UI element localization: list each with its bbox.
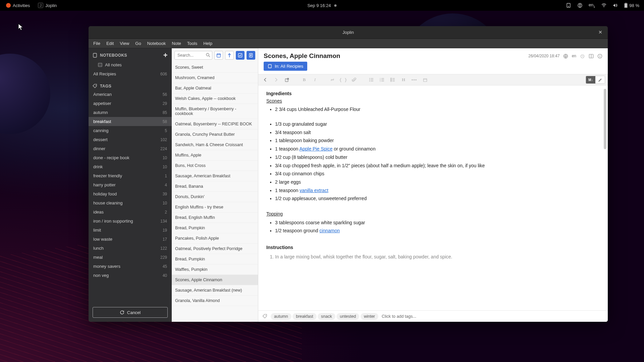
sidebar-tag-item[interactable]: meal229 [89,253,172,262]
note-list-item[interactable]: Oatmeal, Positively Perfect Porridge [172,244,258,254]
note-body[interactable]: Ingredients Scones 2 3/4 cups Unbleached… [258,85,608,310]
note-list-item[interactable]: Sausage, American Breakfast (new) [172,285,258,296]
sidebar-tag-item[interactable]: canning5 [89,126,172,135]
sidebar-tag-item[interactable]: dessert102 [89,135,172,144]
menu-view[interactable]: View [117,40,132,47]
note-list-item[interactable]: Welsh Cakes, Apple -- cookbook [172,94,258,104]
window-close-button[interactable]: ✕ [597,29,604,36]
note-title[interactable]: Scones, Apple Cinnamon [264,52,340,60]
sidebar-tag-item[interactable]: breakfast58 [89,117,172,126]
volume-icon[interactable] [612,3,618,8]
note-tag-pill[interactable]: untested [336,313,359,320]
spellcheck-language-button[interactable] [563,53,569,59]
note-list-item[interactable]: Sausage, American Breakfast [172,171,258,181]
input-language-indicator[interactable]: en1 [589,2,595,8]
wifi-icon[interactable] [601,3,606,8]
checkbox-list-button[interactable] [388,75,397,84]
note-tag-pill[interactable]: winter [361,313,378,320]
italic-button[interactable]: I [311,75,319,84]
set-alarm-button[interactable] [580,53,585,59]
tags-header[interactable]: TAGS [89,80,172,90]
sidebar-tag-item[interactable]: ideas2 [89,207,172,217]
sidebar-tag-item[interactable]: lunch122 [89,244,172,253]
bold-button[interactable]: B [300,75,309,84]
sidebar-tag-item[interactable]: low waste17 [89,235,172,244]
menu-tools[interactable]: Tools [184,40,200,47]
sidebar-tag-item[interactable]: house cleaning10 [89,198,172,207]
sidebar-tag-item[interactable]: non veg40 [89,271,172,280]
notebooks-header[interactable]: NOTEBOOKS + [89,48,172,60]
battery-indicator[interactable]: 98 % [624,3,639,8]
insert-date-button[interactable] [421,75,429,84]
editor-mode-toggle[interactable]: M↓ [586,76,605,84]
note-list-item[interactable]: Bar, Apple Oatmeal [172,83,258,94]
note-list-item[interactable]: Bread, English Muffin [172,213,258,223]
sort-direction-button[interactable] [225,51,234,60]
note-list-item[interactable]: Scones, Sweet [172,62,258,73]
note-list-item[interactable]: Pancakes, Polish Apple [172,233,258,244]
code-button[interactable]: { } [339,75,347,84]
attach-button[interactable] [350,75,358,84]
numbered-list-button[interactable]: 123 [378,75,386,84]
note-list-item[interactable]: Bread, Pumpkin [172,223,258,233]
content-link[interactable]: vanilla extract [300,188,328,193]
note-list-item[interactable]: Buns, Hot Cross [172,161,258,171]
nav-back-button[interactable] [261,75,270,84]
sidebar-tag-item[interactable]: limit19 [89,226,172,235]
note-list-item[interactable]: Granola, Vanilla Almond [172,296,258,306]
note-list[interactable]: Scones, SweetMushroom, CreamedBar, Apple… [172,62,258,322]
note-list-item[interactable]: Waffles, Pumpkin [172,264,258,275]
menu-edit[interactable]: Edit [104,40,116,47]
sidebar-tag-item[interactable]: money savers45 [89,262,172,271]
hr-button[interactable]: ••• [410,75,419,84]
topbar-app-indicator[interactable]: J Joplin [35,1,59,9]
search-icon[interactable] [206,53,210,57]
accessibility-icon[interactable] [577,3,583,8]
tags-list[interactable]: American56appetiser29autumn85breakfast58… [89,90,172,303]
new-note-button[interactable] [247,51,255,60]
sidebar-all-notes[interactable]: All notes [89,60,172,69]
heading-button[interactable]: H [399,75,408,84]
note-list-item[interactable]: Sandwich, Ham & Cheese Croissant [172,140,258,150]
sidebar-tag-item[interactable]: drink10 [89,162,172,171]
note-properties-button[interactable] [597,53,602,59]
note-list-item[interactable]: Muffin, Blueberry / Boysenberry - cookbo… [172,104,258,119]
menu-go[interactable]: Go [132,40,144,47]
note-tag-pill[interactable]: breakfast [292,313,316,320]
menu-note[interactable]: Note [169,40,183,47]
editor-scrollbar[interactable] [604,89,606,149]
note-list-item[interactable]: Scones, Apple Cinnamon [172,275,258,285]
content-link[interactable]: cinnamon [319,228,340,233]
cancel-button[interactable]: Cancel [93,307,168,318]
sidebar-tag-item[interactable]: freezer friendly1 [89,171,172,180]
note-list-item[interactable]: Granola, Crunchy Peanut Butter [172,129,258,140]
sidebar-tag-item[interactable]: appetiser29 [89,99,172,108]
content-link[interactable]: Apple Pie Spice [299,146,332,152]
menu-help[interactable]: Help [201,40,215,47]
sidebar-tag-item[interactable]: dinner224 [89,144,172,153]
note-tag-pill[interactable]: snack [318,313,335,320]
topbar-clock[interactable]: Sep 9 16:24 [307,3,336,8]
sidebar-tag-item[interactable]: done - recipe book10 [89,153,172,162]
note-list-item[interactable]: Oatmeal, Boysenberry -- RECIPIE BOOK [172,119,258,129]
sidebar-tag-item[interactable]: American56 [89,90,172,99]
note-list-item[interactable]: Bread, Banana [172,181,258,192]
menu-notebook[interactable]: Notebook [145,40,169,47]
link-button[interactable] [328,75,337,84]
note-list-item[interactable]: Bread, Pumpkin [172,254,258,264]
note-list-item[interactable]: Muffins, Apple [172,150,258,161]
sidebar-notebook-all-recipies[interactable]: All Recipies 606 [89,69,172,78]
menu-file[interactable]: File [91,40,103,47]
sort-by-date-button[interactable] [214,51,223,60]
sidebar-tag-item[interactable]: holiday food39 [89,189,172,198]
sidebar-tag-item[interactable]: autumn85 [89,108,172,117]
note-list-item[interactable]: English Muffins - try these [172,202,258,213]
in-notebook-button[interactable]: In: All Recipies [264,62,307,71]
sidebar-tag-item[interactable]: iron / iron supporting134 [89,217,172,226]
tray-indicator-icon[interactable] [566,3,571,8]
new-todo-button[interactable] [236,51,245,60]
activities-button[interactable]: Activities [3,2,33,9]
note-list-item[interactable]: Mushroom, Creamed [172,73,258,83]
note-tag-pill[interactable]: autumn [271,313,291,320]
bullet-list-button[interactable] [367,75,376,84]
